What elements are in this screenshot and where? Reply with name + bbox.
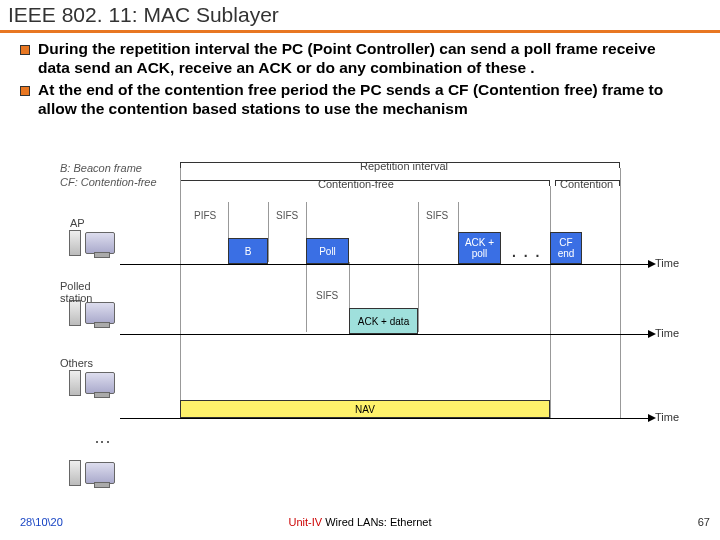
bullet-item: At the end of the contention free period…: [20, 80, 720, 119]
node-ap: [85, 232, 115, 254]
vtick: [550, 186, 551, 418]
vtick: [418, 202, 419, 332]
footer-unit: Unit-IV: [288, 516, 325, 528]
bullet-text: At the end of the contention free period…: [38, 80, 688, 119]
vtick: [620, 168, 621, 418]
computer-icon: [69, 230, 81, 256]
bracket-cfree-label: Contention-free: [318, 178, 394, 190]
frame-poll: Poll: [306, 238, 349, 264]
footer-date: 28\10\20: [20, 516, 63, 528]
footer-page: 67: [698, 516, 710, 528]
slide-title: IEEE 802. 11: MAC Sublayer: [8, 3, 712, 27]
frame-cfend: CF end: [550, 232, 582, 264]
row-label-polled: Polled station: [60, 280, 92, 304]
timing-diagram: B: Beacon frame CF: Contention-free Repe…: [60, 162, 660, 492]
legend-cf: CF: Contention-free: [60, 176, 157, 188]
computer-icon: [69, 370, 81, 396]
footer-center: Unit-IV Wired LANs: Ethernet: [288, 516, 431, 528]
time-label: Time: [655, 327, 679, 339]
row-label-others: Others: [60, 357, 93, 369]
monitor-icon: [85, 302, 115, 324]
bracket-repetition-label: Repetition interval: [360, 160, 448, 172]
gap-sifs: SIFS: [426, 210, 448, 221]
monitor-icon: [85, 462, 115, 484]
bullet-item: During the repetition interval the PC (P…: [20, 39, 720, 78]
footer: 28\10\20 Unit-IV Wired LANs: Ethernet 67: [0, 516, 720, 534]
ellipsis-icon: . . .: [512, 244, 541, 260]
time-label: Time: [655, 411, 679, 423]
bullet-text: During the repetition interval the PC (P…: [38, 39, 688, 78]
frame-beacon: B: [228, 238, 268, 264]
bullet-list: During the repetition interval the PC (P…: [0, 33, 720, 119]
legend-b: B: Beacon frame: [60, 162, 142, 174]
node-extra: [85, 462, 115, 484]
gap-sifs: SIFS: [316, 290, 338, 301]
timeline-ap: [120, 264, 650, 265]
title-bar: IEEE 802. 11: MAC Sublayer: [0, 0, 720, 33]
computer-icon: [69, 460, 81, 486]
footer-topic: Wired LANs: Ethernet: [325, 516, 431, 528]
monitor-icon: [85, 372, 115, 394]
bullet-icon: [20, 45, 30, 55]
monitor-icon: [85, 232, 115, 254]
vertical-dots-icon: ⋮: [93, 434, 112, 448]
node-others: [85, 372, 115, 394]
node-polled: [85, 302, 115, 324]
frame-ackpoll: ACK + poll: [458, 232, 501, 264]
row-label-ap: AP: [70, 217, 85, 229]
frame-ackdata: ACK + data: [349, 308, 418, 334]
bracket-contention-label: Contention: [560, 178, 613, 190]
bullet-icon: [20, 86, 30, 96]
frame-nav: NAV: [180, 400, 550, 418]
timeline-others: [120, 418, 650, 419]
vtick: [180, 168, 181, 418]
time-label: Time: [655, 257, 679, 269]
vtick: [306, 202, 307, 332]
gap-sifs: SIFS: [276, 210, 298, 221]
vtick: [268, 202, 269, 262]
gap-pifs: PIFS: [194, 210, 216, 221]
timeline-polled: [120, 334, 650, 335]
